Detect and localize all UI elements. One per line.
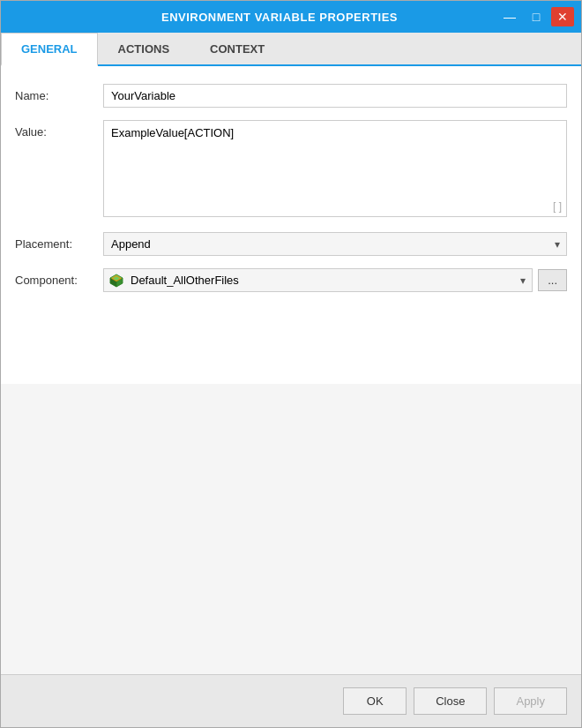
tab-context[interactable]: CONTEXT	[190, 33, 285, 64]
value-label: Value:	[15, 120, 103, 139]
tab-actions[interactable]: ACTIONS	[98, 33, 190, 64]
minimize-button[interactable]: —	[498, 7, 521, 26]
bottom-bar: OK Close Apply	[1, 674, 581, 727]
form-area: Name: Value: ExampleValue[ACTION] [ ] Pl…	[1, 66, 581, 384]
component-select-wrapper: Default_AllOtherFiles ▾	[103, 268, 533, 292]
browse-button[interactable]: ...	[538, 269, 567, 291]
component-row: Component: D	[15, 268, 567, 292]
spacer	[1, 384, 581, 675]
window: ENVIRONMENT VARIABLE PROPERTIES — □ ✕ GE…	[0, 0, 582, 728]
name-row: Name:	[15, 84, 567, 108]
value-input[interactable]: ExampleValue[ACTION]	[103, 120, 567, 217]
close-window-button[interactable]: ✕	[551, 7, 574, 26]
title-controls: — □ ✕	[498, 7, 574, 26]
placement-wrapper: Append Prepend Replace ▾	[103, 232, 567, 256]
name-control	[103, 84, 567, 108]
tab-general[interactable]: GENERAL	[1, 33, 98, 66]
component-controls: Default_AllOtherFiles ▾ ...	[103, 268, 567, 292]
value-wrapper: ExampleValue[ACTION] [ ]	[103, 120, 567, 220]
name-label: Name:	[15, 84, 103, 102]
ok-button[interactable]: OK	[343, 687, 407, 715]
component-label: Component:	[15, 268, 103, 287]
maximize-button[interactable]: □	[525, 7, 548, 26]
tab-bar: GENERAL ACTIONS CONTEXT	[1, 33, 581, 66]
title-bar: ENVIRONMENT VARIABLE PROPERTIES — □ ✕	[1, 1, 581, 33]
apply-button[interactable]: Apply	[494, 687, 567, 715]
value-row: Value: ExampleValue[ACTION] [ ]	[15, 120, 567, 220]
placement-label: Placement:	[15, 232, 103, 251]
component-select[interactable]: Default_AllOtherFiles	[103, 268, 533, 292]
name-input[interactable]	[103, 84, 567, 108]
bracket-icon[interactable]: [ ]	[553, 200, 562, 213]
placement-row: Placement: Append Prepend Replace ▾	[15, 232, 567, 256]
close-button[interactable]: Close	[414, 687, 487, 715]
window-title: ENVIRONMENT VARIABLE PROPERTIES	[61, 11, 498, 24]
placement-select[interactable]: Append Prepend Replace	[103, 232, 567, 256]
